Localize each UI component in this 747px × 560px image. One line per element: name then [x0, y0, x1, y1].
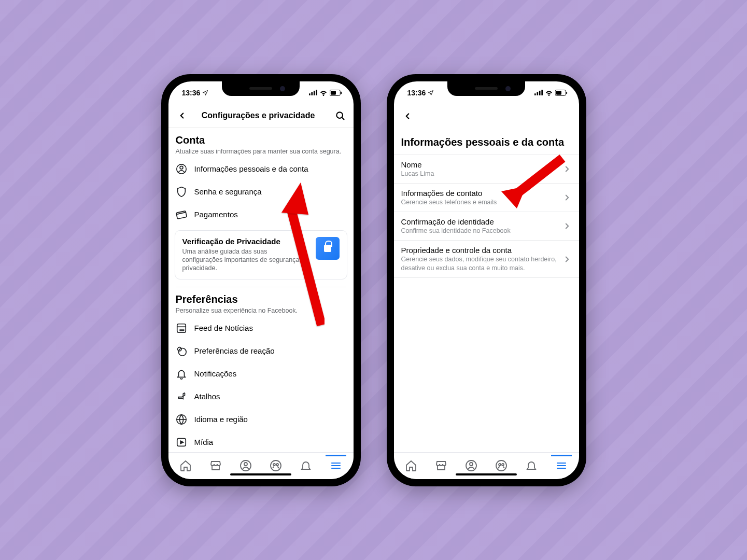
card-icon — [176, 209, 187, 220]
section-conta: Conta Atualize suas informações para man… — [168, 128, 354, 158]
menu-label: Pagamentos — [194, 210, 238, 219]
menu-item-feed[interactable]: Feed de Notícias — [168, 317, 354, 340]
svg-rect-6 — [341, 91, 342, 94]
svg-rect-32 — [534, 93, 536, 95]
svg-rect-34 — [539, 91, 540, 95]
cellular-icon — [534, 90, 543, 95]
nav-title: Configurações e privacidade — [188, 111, 329, 120]
profile-tab-icon — [239, 459, 252, 472]
svg-point-27 — [276, 464, 278, 466]
tab-marketplace[interactable] — [431, 455, 452, 476]
section-title: Conta — [176, 134, 346, 146]
svg-point-43 — [502, 464, 504, 466]
newsfeed-icon — [176, 323, 187, 334]
svg-rect-5 — [330, 91, 335, 94]
content-left[interactable]: Conta Atualize suas informações para man… — [168, 128, 354, 452]
profile-circle-icon — [176, 163, 187, 175]
svg-point-26 — [273, 464, 275, 466]
back-button[interactable] — [401, 111, 414, 121]
tab-menu[interactable] — [326, 455, 346, 476]
menu-label: Informações pessoais e da conta — [194, 164, 308, 173]
back-button[interactable] — [176, 111, 188, 120]
wifi-icon — [319, 90, 328, 96]
row-subtitle: Lucas Lima — [401, 170, 557, 178]
menu-item-info-pessoais[interactable]: Informações pessoais e da conta — [168, 158, 354, 180]
svg-point-41 — [496, 460, 506, 471]
status-time: 13:36 — [182, 89, 201, 97]
search-icon — [335, 110, 345, 121]
svg-line-8 — [342, 117, 344, 119]
menu-item-senha[interactable]: Senha e segurança — [168, 180, 354, 203]
row-identidade[interactable]: Confirmação de identidade Confirme sua i… — [394, 212, 579, 240]
row-propriedade[interactable]: Propriedade e controle da conta Gerencie… — [394, 240, 579, 278]
svg-rect-38 — [566, 91, 567, 94]
notch — [222, 81, 300, 96]
shield-icon — [176, 186, 187, 198]
chevron-right-icon — [562, 193, 572, 202]
chevron-right-icon — [562, 221, 572, 231]
chevron-left-icon — [177, 111, 187, 120]
row-title: Nome — [401, 160, 557, 169]
menu-item-reaction[interactable]: Preferências de reação — [168, 340, 354, 362]
screen-right: 13:36 Informações pessoais e da conta No… — [394, 81, 579, 479]
menu-item-midia[interactable]: Mídia — [168, 431, 354, 452]
row-contato[interactable]: Informações de contato Gerencie seus tel… — [394, 183, 579, 212]
row-subtitle: Gerencie seus telefones e emails — [401, 198, 557, 206]
reaction-icon — [176, 345, 187, 357]
svg-rect-1 — [311, 92, 313, 95]
menu-item-pagamentos[interactable]: Pagamentos — [168, 203, 354, 226]
menu-item-idioma[interactable]: Idioma e região — [168, 408, 354, 431]
home-indicator[interactable] — [230, 473, 291, 475]
location-icon — [428, 90, 434, 96]
svg-point-42 — [499, 464, 501, 466]
chevron-right-icon — [562, 164, 572, 174]
content-right[interactable]: Informações pessoais e da conta Nome Luc… — [394, 128, 579, 452]
menu-label: Mídia — [194, 438, 214, 446]
globe-icon — [176, 414, 187, 425]
section-subtitle: Atualize suas informações para manter su… — [176, 147, 346, 156]
section-subtitle: Personalize sua experiência no Facebook. — [176, 306, 346, 315]
tab-menu[interactable] — [551, 455, 572, 476]
tab-marketplace[interactable] — [205, 455, 226, 476]
row-subtitle: Confirme sua identidade no Facebook — [401, 227, 557, 235]
row-title: Confirmação de identidade — [401, 217, 557, 226]
screen-left: 13:36 Configurações e privacidade Conta … — [168, 81, 354, 479]
page-title: Informações pessoais e da conta — [394, 128, 579, 155]
menu-label: Senha e segurança — [194, 187, 262, 196]
wifi-icon — [545, 90, 553, 96]
menu-label: Atalhos — [194, 392, 220, 401]
nav-header: Configurações e privacidade — [168, 104, 354, 128]
card-desc: Uma análise guiada das suas configuraçõe… — [182, 247, 309, 273]
hamburger-icon — [330, 459, 342, 472]
svg-marker-22 — [180, 441, 184, 444]
svg-rect-0 — [309, 93, 311, 95]
profile-tab-icon — [465, 459, 477, 472]
svg-point-10 — [180, 166, 183, 169]
tab-notifications[interactable] — [521, 455, 542, 476]
lock-graphic-icon — [316, 237, 340, 260]
menu-label: Idioma e região — [194, 415, 248, 424]
privacy-checkup-card[interactable]: Verificação de Privacidade Uma análise g… — [175, 230, 347, 279]
menu-item-notificacoes[interactable]: Notificações — [168, 362, 354, 385]
cellular-icon — [309, 90, 317, 95]
battery-icon — [330, 90, 342, 96]
status-time: 13:36 — [407, 89, 426, 97]
menu-item-atalhos[interactable]: Atalhos — [168, 385, 354, 408]
section-title: Preferências — [176, 293, 346, 305]
search-button[interactable] — [334, 110, 346, 121]
row-title: Propriedade e controle da conta — [401, 246, 557, 255]
menu-label: Preferências de reação — [194, 346, 275, 355]
tab-home[interactable] — [175, 455, 196, 476]
tab-home[interactable] — [401, 455, 421, 476]
home-icon — [405, 459, 417, 472]
svg-rect-2 — [313, 91, 315, 95]
row-nome[interactable]: Nome Lucas Lima — [394, 155, 579, 183]
svg-point-40 — [470, 463, 473, 466]
svg-rect-35 — [541, 90, 543, 95]
phone-right: 13:36 Informações pessoais e da conta No… — [387, 74, 586, 486]
home-icon — [179, 459, 192, 472]
tab-notifications[interactable] — [295, 455, 316, 476]
row-title: Informações de contato — [401, 189, 557, 198]
home-indicator[interactable] — [456, 473, 517, 475]
row-subtitle: Gerencie seus dados, modifique seu conta… — [401, 255, 557, 272]
